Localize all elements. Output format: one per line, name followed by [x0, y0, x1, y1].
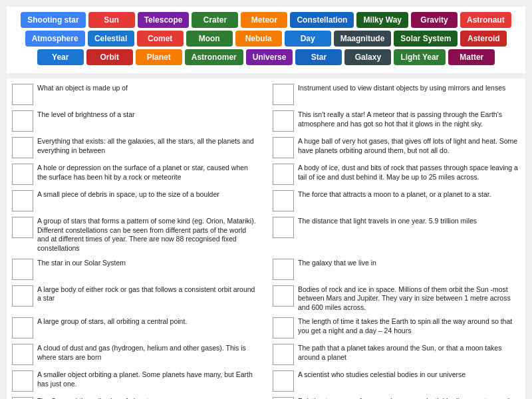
match-left-1: The level of brightness of a star [12, 110, 259, 132]
answer-box-left-0[interactable] [12, 84, 33, 105]
definition-left-8: A large group of stars, all orbiting a c… [37, 317, 259, 327]
match-right-10: A scientist who studies celestial bodies… [273, 370, 520, 392]
answer-box-left-7[interactable] [12, 285, 33, 307]
definition-right-5: The distance that light travels in one y… [298, 217, 520, 226]
word-chip-constellation[interactable]: Constellation [290, 12, 354, 28]
definition-right-1: This isn't really a star! A meteor that … [298, 110, 520, 128]
definition-left-10: A smaller object orbiting a planet. Some… [37, 370, 259, 388]
answer-box-left-6[interactable] [12, 259, 33, 280]
definition-right-3: A body of ice, dust and bits of rock tha… [298, 164, 520, 182]
answer-box-right-1[interactable] [273, 110, 294, 132]
answer-box-right-2[interactable] [273, 137, 294, 158]
answer-box-right-7[interactable] [273, 285, 294, 307]
word-bank: Shooting starSunTelescopeCraterMeteorCon… [7, 7, 525, 73]
word-chip-star[interactable]: Star [295, 49, 342, 65]
word-chip-day[interactable]: Day [285, 31, 331, 47]
match-left-4: A small piece of debris in space, up to … [12, 190, 259, 211]
definition-left-9: A cloud of dust and gas (hydrogen, heliu… [37, 344, 259, 362]
definition-right-6: The galaxy that we live in [298, 259, 520, 268]
definition-left-3: A hole or depression on the surface of a… [37, 164, 259, 182]
definition-left-0: What an object is made up of [37, 84, 259, 93]
word-chip-universe[interactable]: Universe [246, 49, 293, 65]
answer-box-left-4[interactable] [12, 190, 33, 211]
match-left-10: A smaller object orbiting a planet. Some… [12, 370, 259, 392]
word-chip-galaxy[interactable]: Galaxy [344, 49, 391, 65]
definition-right-8: The length of time it takes the Earth to… [298, 317, 520, 335]
match-right-1: This isn't really a star! A meteor that … [273, 110, 520, 132]
word-chip-meteor[interactable]: Meteor [241, 12, 287, 28]
match-right-0: Instrument used to view distant objects … [273, 84, 520, 105]
definition-right-4: The force that attracts a moon to a plan… [298, 190, 520, 200]
word-chip-astronomer[interactable]: Astronomer [185, 49, 243, 65]
answer-box-left-9[interactable] [12, 344, 33, 365]
match-right-6: The galaxy that we live in [273, 259, 520, 280]
definition-left-2: Everything that exists: all the galaxies… [37, 137, 259, 155]
definition-left-1: The level of brightness of a star [37, 110, 259, 120]
match-left-5: A group of stars that forms a pattern of… [12, 217, 259, 253]
word-chip-celestial[interactable]: Celestial [88, 31, 134, 47]
match-right-3: A body of ice, dust and bits of rock tha… [273, 164, 520, 185]
definition-right-2: A huge ball of very hot gases, that give… [298, 137, 520, 155]
definition-left-4: A small piece of debris in space, up to … [37, 190, 259, 200]
match-left-2: Everything that exists: all the galaxies… [12, 137, 259, 158]
match-right-9: The path that a planet takes around the … [273, 344, 520, 365]
answer-box-right-8[interactable] [273, 317, 294, 338]
word-chip-crater[interactable]: Crater [192, 12, 238, 28]
answer-box-left-1[interactable] [12, 110, 33, 132]
answer-box-right-3[interactable] [273, 164, 294, 185]
definition-left-6: The star in our Solar System [37, 259, 259, 268]
word-chip-telescope[interactable]: Telescope [138, 12, 190, 28]
answer-box-left-8[interactable] [12, 317, 33, 338]
word-chip-atmosphere[interactable]: Atmosphere [25, 31, 85, 47]
match-right-5: The distance that light travels in one y… [273, 217, 520, 253]
word-chip-astronaut[interactable]: Astronaut [460, 12, 511, 28]
word-chip-shooting-star[interactable]: Shooting star [21, 12, 85, 28]
match-left-3: A hole or depression on the surface of a… [12, 164, 259, 185]
definition-left-5: A group of stars that forms a pattern of… [37, 217, 259, 253]
word-chip-moon[interactable]: Moon [186, 31, 233, 47]
word-chip-sun[interactable]: Sun [88, 12, 135, 28]
match-right-7: Bodies of rock and ice in space. Million… [273, 285, 520, 313]
answer-box-right-9[interactable] [273, 344, 294, 365]
match-left-0: What an object is made up of [12, 84, 259, 105]
word-chip-maagnitude[interactable]: Maagnitude [334, 31, 392, 47]
word-chip-milky-way[interactable]: Milky Way [356, 12, 408, 28]
definition-right-0: Instrument used to view distant objects … [298, 84, 520, 93]
word-chip-planet[interactable]: Planet [136, 49, 182, 65]
word-chip-light-year[interactable]: Light Year [394, 49, 446, 65]
definition-left-7: A large body of either rock or gas that … [37, 285, 259, 303]
match-left-8: A large group of stars, all orbiting a c… [12, 317, 259, 338]
answer-box-right-10[interactable] [273, 370, 294, 392]
match-left-6: The star in our Solar System [12, 259, 259, 280]
answer-box-left-2[interactable] [12, 137, 33, 158]
match-right-8: The length of time it takes the Earth to… [273, 317, 520, 338]
answer-box-right-6[interactable] [273, 259, 294, 280]
definition-right-9: The path that a planet takes around the … [298, 344, 520, 362]
answer-box-right-5[interactable] [273, 217, 294, 238]
word-chip-orbit[interactable]: Orbit [86, 49, 133, 65]
word-chip-comet[interactable]: Comet [137, 31, 184, 47]
answer-box-right-0[interactable] [273, 84, 294, 105]
match-right-2: A huge ball of very hot gases, that give… [273, 137, 520, 158]
definition-right-7: Bodies of rock and ice in space. Million… [298, 285, 520, 313]
word-chip-matter[interactable]: Matter [448, 49, 495, 65]
answer-box-left-10[interactable] [12, 370, 33, 392]
matching-area: What an object is made up ofInstrument u… [7, 78, 525, 399]
word-row-0: Shooting starSunTelescopeCraterMeteorCon… [12, 12, 520, 28]
match-left-9: A cloud of dust and gas (hydrogen, heliu… [12, 344, 259, 365]
answer-box-left-5[interactable] [12, 217, 33, 238]
definition-right-10: A scientist who studies celestial bodies… [298, 370, 520, 380]
word-row-2: YearOrbitPlanetAstronomerUniverseStarGal… [12, 49, 520, 65]
word-chip-nebula[interactable]: Nebula [235, 31, 282, 47]
match-right-4: The force that attracts a moon to a plan… [273, 190, 520, 211]
word-row-1: AtmosphereCelestialCometMoonNebulaDayMaa… [12, 31, 520, 47]
answer-box-right-4[interactable] [273, 190, 294, 211]
word-chip-gravity[interactable]: Gravity [411, 12, 458, 28]
match-left-7: A large body of either rock or gas that … [12, 285, 259, 313]
answer-box-left-3[interactable] [12, 164, 33, 185]
word-chip-year[interactable]: Year [37, 49, 84, 65]
word-chip-solar-system[interactable]: Solar System [394, 31, 458, 47]
word-chip-asteroid[interactable]: Asteroid [460, 31, 507, 47]
